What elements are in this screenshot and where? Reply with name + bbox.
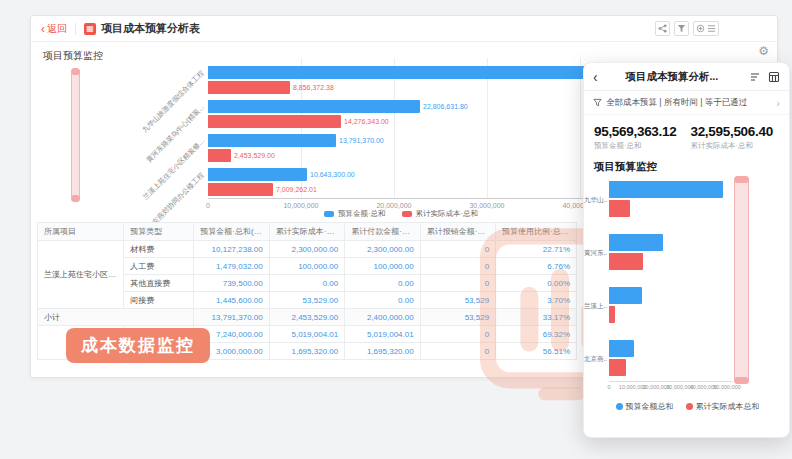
value-cell: 2,300,000.00: [269, 241, 344, 258]
stat-actual-total: 32,595,506.40 累计实际成本·总和: [690, 124, 772, 151]
table-row: 小计13,791,370.002,453,529.002,400,000.005…: [38, 309, 577, 326]
bar-value-label: 13,791,370.00: [339, 134, 384, 147]
x-tick-label: 0: [607, 384, 610, 390]
x-tick-label: 30,000,000: [469, 202, 504, 209]
stat-value: 32,595,506.40: [690, 124, 772, 139]
main-topbar: ‹ 返回 ▦ 项目成本预算分析表: [31, 16, 777, 42]
value-cell: 56.51%: [496, 343, 577, 360]
mobile-filter-bar[interactable]: 全部成本预算 | 所有时间 | 等于已通过 ›: [584, 91, 789, 115]
gridline: [394, 58, 395, 198]
value-cell: 1,479,032.00: [194, 258, 269, 275]
x-tick-label: 10,000,000: [283, 202, 318, 209]
chart-zoom-slider[interactable]: [71, 69, 80, 201]
table-view-icon[interactable]: [768, 71, 780, 83]
report-app-icon: ▦: [84, 23, 96, 35]
mobile-filter-text: 全部成本预算 | 所有时间 | 等于已通过: [606, 97, 772, 109]
budget-type-cell: 人工费: [124, 258, 194, 275]
stat-label: 累计实际成本·总和: [690, 141, 772, 151]
table-header-cell: 累计报销金额·总和(元): [420, 223, 495, 241]
value-cell: 6.76%: [496, 258, 577, 275]
value-cell: 53,529.00: [269, 292, 344, 309]
bar-budget[interactable]: [609, 340, 634, 357]
slider-handle-top[interactable]: [71, 68, 80, 75]
slider-handle-bottom[interactable]: [71, 195, 80, 202]
legend-dot: [686, 403, 693, 410]
bar-budget[interactable]: [208, 100, 420, 113]
funnel-icon: [593, 98, 602, 107]
table-header-cell: 累计实际成本·总和(元): [269, 223, 344, 241]
mobile-bar-chart: 九华山...黄河东...兰溪上...北京燕...010,000,00020,00…: [584, 175, 791, 391]
bar-actual[interactable]: [609, 253, 643, 270]
table-header-cell: 预算使用比例·总和(%): [496, 223, 577, 241]
category-label: 黄河东...: [584, 249, 607, 258]
value-cell: 0: [420, 241, 495, 258]
mobile-zoom-slider[interactable]: [734, 177, 749, 383]
value-cell: 1,445,600.00: [194, 292, 269, 309]
back-button[interactable]: ‹ 返回: [41, 22, 67, 36]
sort-list-icon[interactable]: [749, 71, 761, 83]
legend-item[interactable]: 预算金额总和: [616, 401, 674, 412]
category-label: 九华山...: [584, 196, 607, 205]
back-label: 返回: [47, 22, 67, 36]
value-cell: 0.00: [269, 275, 344, 292]
value-cell: 5,019,004.01: [345, 326, 420, 343]
legend-item[interactable]: 累计实际成本·总和: [402, 209, 479, 219]
bar-actual[interactable]: [208, 183, 273, 196]
mobile-stats: 95,569,363.12 预算金额·总和 32,595,506.40 累计实际…: [584, 115, 789, 153]
bar-value-label: 2,453,529.00: [234, 149, 275, 162]
value-cell: 0.00%: [496, 275, 577, 292]
x-axis-line: [208, 198, 594, 199]
budget-type-cell: 材料费: [124, 241, 194, 258]
slider-handle-top[interactable]: [734, 176, 749, 183]
bar-budget[interactable]: [609, 234, 663, 251]
page-title: 项目成本预算分析表: [101, 21, 200, 36]
more-icons[interactable]: [693, 21, 719, 36]
value-cell: 2,300,000.00: [345, 241, 420, 258]
value-cell: 22.71%: [496, 241, 577, 258]
project-cell: 兰溪上苑住宅小区精装修第...: [38, 241, 124, 309]
gridline: [487, 58, 488, 198]
stat-label: 预算金额·总和: [594, 141, 676, 151]
slider-handle-bottom[interactable]: [734, 377, 749, 384]
budget-type-cell: 其他直接费: [124, 275, 194, 292]
share-icon[interactable]: [655, 21, 670, 36]
gridline: [580, 58, 581, 198]
bar-actual[interactable]: [208, 81, 290, 94]
value-cell: 53,529: [420, 292, 495, 309]
value-cell: 5,019,004.01: [269, 326, 344, 343]
bar-actual[interactable]: [609, 200, 630, 217]
legend-item[interactable]: 累计实际成本总和: [686, 401, 760, 412]
value-cell: 33.17%: [496, 309, 577, 326]
legend-item[interactable]: 预算金额·总和: [324, 209, 386, 219]
mobile-panel: ‹ 项目成本预算分析... 全部成本预算 | 所有时间 | 等于已通过 › 95…: [583, 62, 790, 438]
chevron-right-icon: ›: [776, 97, 780, 109]
bar-budget[interactable]: [609, 287, 642, 304]
bar-actual[interactable]: [208, 149, 231, 162]
value-cell: 0: [420, 258, 495, 275]
chart-legend: 预算金额·总和累计实际成本·总和: [211, 209, 591, 219]
legend-swatch: [402, 211, 412, 217]
value-cell: 10,127,238.00: [194, 241, 269, 258]
legend-swatch: [324, 211, 334, 217]
mobile-header: ‹ 项目成本预算分析...: [584, 63, 789, 91]
value-cell: 0: [420, 275, 495, 292]
mobile-title: 项目成本预算分析...: [602, 70, 742, 84]
value-cell: 69.32%: [496, 326, 577, 343]
mobile-back-icon[interactable]: ‹: [593, 70, 598, 84]
subtotal-label-cell: 小计: [38, 309, 194, 326]
value-cell: 3.70%: [496, 292, 577, 309]
value-cell: 0: [420, 326, 495, 343]
bar-budget[interactable]: [609, 181, 723, 198]
bar-budget[interactable]: [208, 134, 336, 147]
bar-actual[interactable]: [609, 359, 626, 376]
value-cell: 739,500.00: [194, 275, 269, 292]
table-header-cell: 预算金额·总和(元): [194, 223, 269, 241]
bar-actual[interactable]: [609, 306, 615, 323]
bar-budget[interactable]: [208, 168, 307, 181]
value-cell: 13,791,370.00: [194, 309, 269, 326]
filter-icon[interactable]: [674, 21, 689, 36]
table-header-cell: 预算类型: [124, 223, 194, 241]
bar-actual[interactable]: [208, 115, 341, 128]
bar-value-label: 10,643,300.00: [310, 168, 355, 181]
table-header-cell: 所属项目: [38, 223, 124, 241]
